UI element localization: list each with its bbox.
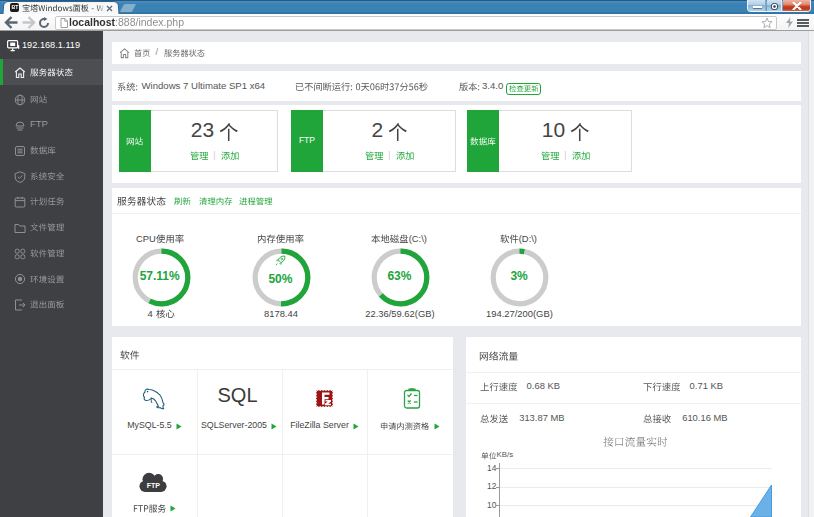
svg-text:FTP: FTP xyxy=(147,482,161,489)
